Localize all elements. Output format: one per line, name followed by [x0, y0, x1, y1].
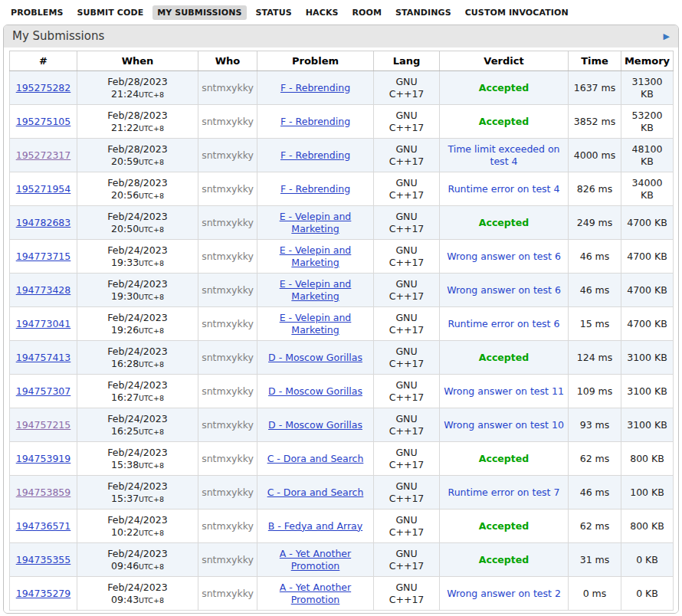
problem-link[interactable]: E - Velepin and Marketing — [280, 244, 352, 268]
submission-id-link[interactable]: 194773715 — [16, 251, 71, 262]
verdict-text: Wrong answer on test 2 — [447, 588, 561, 599]
memory-used: 3100 KB — [627, 352, 667, 363]
memory-cell: 34000 KB — [621, 172, 674, 206]
submission-id-link[interactable]: 194753919 — [16, 453, 71, 464]
problem-cell: C - Dora and Search — [257, 442, 374, 476]
nav-item-hacks[interactable]: HACKS — [301, 5, 343, 20]
timezone-label: UTC+8 — [139, 562, 164, 571]
verdict-cell: Accepted — [440, 105, 569, 139]
problem-cell: A - Yet Another Promotion — [257, 543, 374, 577]
memory-used: 3100 KB — [627, 419, 667, 431]
submission-row: 194736571 Feb/24/2023 10:22UTC+8 sntmxyk… — [10, 510, 674, 543]
submission-date: Feb/28/2023 — [80, 177, 195, 189]
submission-id-cell: 194773041 — [10, 307, 77, 341]
problem-link[interactable]: F - Rebrending — [280, 149, 350, 161]
submission-time: 15:37UTC+8 — [80, 493, 195, 505]
time-cell: 31 ms — [569, 543, 621, 577]
nav-item-my-submissions[interactable]: MY SUBMISSIONS — [152, 5, 246, 20]
lang-cell: GNU C++17 — [374, 442, 440, 476]
problem-link[interactable]: C - Dora and Search — [267, 487, 364, 498]
submission-date: Feb/24/2023 — [80, 379, 195, 392]
verdict-text: Accepted — [479, 520, 529, 532]
nav-item-room[interactable]: ROOM — [348, 5, 387, 20]
who-cell: sntmxykky — [198, 341, 257, 375]
submission-id-link[interactable]: 194757215 — [16, 419, 71, 431]
submission-id-link[interactable]: 194757413 — [16, 352, 71, 363]
submission-id-cell: 195272317 — [10, 139, 77, 172]
submission-id-link[interactable]: 194736571 — [16, 520, 71, 532]
execution-time: 31 ms — [580, 554, 610, 565]
execution-time: 4000 ms — [574, 149, 615, 161]
nav-item-submit-code[interactable]: SUBMIT CODE — [72, 5, 148, 20]
verdict-cell: Wrong answer on test 6 — [440, 274, 569, 307]
submission-date: Feb/24/2023 — [80, 244, 195, 257]
when-cell: Feb/24/2023 09:43UTC+8 — [77, 577, 198, 611]
widget-title: My Submissions — [12, 29, 104, 43]
language-label: GNU C++17 — [389, 514, 425, 538]
nav-item-custom-invocation[interactable]: CUSTOM INVOCATION — [461, 5, 573, 20]
submission-row: 194757215 Feb/24/2023 16:25UTC+8 sntmxyk… — [10, 408, 674, 442]
problem-link[interactable]: E - Velepin and Marketing — [280, 278, 352, 302]
submission-id-link[interactable]: 194753859 — [16, 487, 71, 498]
submission-id-link[interactable]: 194735279 — [16, 588, 71, 599]
who-cell: sntmxykky — [198, 577, 257, 611]
language-label: GNU C++17 — [389, 346, 425, 369]
execution-time: 1637 ms — [574, 82, 615, 93]
nav-item-problems[interactable]: PROBLEMS — [6, 5, 67, 20]
submission-time: 19:33UTC+8 — [80, 257, 195, 269]
verdict-cell: Accepted — [440, 206, 569, 240]
execution-time: 93 ms — [580, 419, 610, 431]
submission-id-link[interactable]: 194735355 — [16, 554, 71, 565]
submission-id-link[interactable]: 195275105 — [16, 116, 71, 127]
timezone-label: UTC+8 — [139, 428, 164, 436]
who-cell: sntmxykky — [198, 139, 257, 172]
verdict-cell: Accepted — [440, 510, 569, 543]
when-cell: Feb/24/2023 16:28UTC+8 — [77, 341, 198, 375]
when-cell: Feb/24/2023 20:50UTC+8 — [77, 206, 198, 240]
problem-link[interactable]: E - Velepin and Marketing — [280, 312, 352, 336]
verdict-text: Accepted — [479, 217, 529, 228]
problem-link[interactable]: F - Rebrending — [280, 116, 350, 127]
time-cell: 1637 ms — [569, 71, 621, 105]
nav-item-status[interactable]: STATUS — [251, 5, 297, 20]
problem-link[interactable]: D - Moscow Gorillas — [268, 352, 362, 363]
timezone-label: UTC+8 — [139, 495, 164, 503]
submission-id-link[interactable]: 194782683 — [16, 217, 71, 228]
when-cell: Feb/24/2023 16:27UTC+8 — [77, 375, 198, 408]
problem-link[interactable]: D - Moscow Gorillas — [268, 385, 362, 397]
expand-arrow-icon[interactable]: ▶ — [664, 32, 670, 41]
when-cell: Feb/24/2023 15:37UTC+8 — [77, 476, 198, 510]
submission-date: Feb/24/2023 — [80, 346, 195, 358]
memory-cell: 800 KB — [621, 442, 674, 476]
verdict-text: Wrong answer on test 6 — [447, 251, 561, 262]
who-cell: sntmxykky — [198, 442, 257, 476]
submission-row: 195271954 Feb/28/2023 20:56UTC+8 sntmxyk… — [10, 172, 674, 206]
problem-cell: E - Velepin and Marketing — [257, 206, 374, 240]
problem-link[interactable]: E - Velepin and Marketing — [280, 211, 352, 234]
when-cell: Feb/24/2023 15:38UTC+8 — [77, 442, 198, 476]
submission-time: 09:46UTC+8 — [80, 560, 195, 572]
submission-id-link[interactable]: 195271954 — [16, 183, 71, 195]
problem-link[interactable]: A - Yet Another Promotion — [280, 548, 351, 572]
lang-cell: GNU C++17 — [374, 476, 440, 510]
memory-used: 4700 KB — [627, 251, 667, 262]
submission-id-link[interactable]: 195272317 — [16, 149, 71, 161]
verdict-cell: Runtime error on test 4 — [440, 172, 569, 206]
submission-id-link[interactable]: 194757307 — [16, 385, 71, 397]
problem-link[interactable]: D - Moscow Gorillas — [268, 419, 362, 431]
problem-link[interactable]: F - Rebrending — [280, 183, 350, 195]
verdict-cell: Accepted — [440, 442, 569, 476]
problem-link[interactable]: B - Fedya and Array — [268, 520, 362, 532]
language-label: GNU C++17 — [389, 480, 425, 504]
submission-id-link[interactable]: 195275282 — [16, 82, 71, 93]
who-cell: sntmxykky — [198, 375, 257, 408]
problem-cell: F - Rebrending — [257, 71, 374, 105]
submission-id-link[interactable]: 194773041 — [16, 318, 71, 329]
column-header-time: Time — [569, 51, 621, 71]
problem-link[interactable]: F - Rebrending — [280, 82, 350, 93]
problem-link[interactable]: C - Dora and Search — [267, 453, 364, 464]
submission-id-link[interactable]: 194773428 — [16, 284, 71, 296]
nav-item-standings[interactable]: STANDINGS — [391, 5, 456, 20]
problem-link[interactable]: A - Yet Another Promotion — [280, 582, 351, 605]
execution-time: 62 ms — [580, 520, 610, 532]
